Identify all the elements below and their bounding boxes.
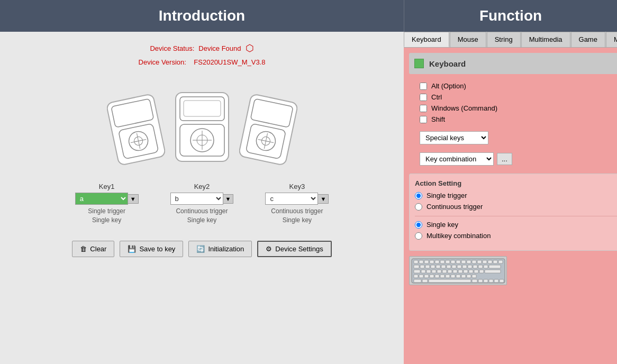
key2-label: Key2	[194, 183, 210, 190]
single-key-radio[interactable]	[415, 221, 422, 229]
device-version: Device Version: FS2020U1SW_M_V3.8	[139, 58, 266, 66]
single-trigger-radio[interactable]	[415, 192, 422, 199]
keyboard-preview	[409, 256, 617, 285]
modifier-ctrl: Ctrl	[420, 93, 617, 101]
continuous-trigger-item: Continuous trigger	[415, 203, 617, 211]
svg-rect-50	[468, 265, 472, 268]
tab-game[interactable]: Game	[571, 32, 605, 47]
svg-rect-37	[488, 260, 492, 263]
svg-rect-65	[469, 270, 473, 273]
svg-rect-45	[441, 265, 446, 268]
divider	[415, 216, 617, 216]
key-combo-select[interactable]: Key combination Single key Multikey	[420, 152, 494, 166]
svg-rect-26	[430, 260, 434, 263]
continuous-trigger-radio[interactable]	[415, 203, 422, 211]
svg-rect-34	[472, 260, 476, 263]
svg-rect-53	[484, 265, 488, 268]
key2-type: Single key	[176, 216, 228, 225]
ctrl-label: Ctrl	[431, 93, 442, 101]
clear-label: Clear	[90, 245, 106, 253]
ctrl-checkbox[interactable]	[420, 94, 427, 101]
key3-dropdown[interactable]: ▼	[318, 194, 329, 204]
svg-rect-44	[436, 265, 440, 268]
pedal-right	[239, 93, 297, 167]
svg-rect-68	[485, 270, 501, 273]
svg-rect-74	[440, 275, 444, 278]
svg-rect-61	[448, 270, 452, 273]
svg-rect-36	[483, 260, 487, 263]
svg-rect-24	[419, 260, 423, 263]
svg-rect-30	[451, 260, 455, 263]
alt-checkbox[interactable]	[420, 83, 427, 90]
svg-rect-49	[462, 265, 467, 268]
clear-button[interactable]: 🗑 Clear	[72, 241, 114, 257]
key-type-group: Single key Multikey combination	[415, 221, 617, 240]
tab-string[interactable]: String	[487, 32, 521, 47]
key2-select[interactable]: b	[170, 193, 223, 205]
svg-rect-80	[472, 275, 476, 278]
dotdot-button[interactable]: ...	[497, 153, 512, 165]
windows-checkbox[interactable]	[420, 105, 427, 112]
keyboard-section-title: Keyboard	[429, 59, 466, 68]
save-to-label: Save to key	[139, 245, 175, 253]
device-status: Device Status: Device Found ⬡	[150, 42, 253, 54]
intro-title: Introduction	[159, 7, 245, 24]
multikey-radio[interactable]	[415, 232, 422, 240]
key1-dropdown[interactable]: ▼	[128, 194, 139, 204]
modifier-shift: Shift	[420, 115, 617, 123]
key3-type: Single key	[271, 216, 323, 225]
pedal-illustration	[107, 87, 297, 167]
special-keys-row: Special keys F1 F2 Escape Enter	[409, 131, 617, 144]
multikey-item: Multikey combination	[415, 232, 617, 240]
tab-multimedia[interactable]: Multimedia	[521, 32, 570, 47]
func-panel: Keyboard Mouse String Multimedia Game Ma…	[404, 32, 617, 364]
key2-trigger: Continuous trigger	[176, 207, 228, 216]
key2-info: Continuous trigger Single key	[176, 207, 228, 225]
trigger-group: Single trigger Continuous trigger	[415, 192, 617, 211]
svg-rect-85	[478, 279, 483, 283]
tab-bar: Keyboard Mouse String Multimedia Game Ma…	[404, 32, 617, 48]
svg-rect-51	[473, 265, 477, 268]
svg-rect-83	[429, 279, 471, 283]
device-settings-button[interactable]: ⚙ Device Settings	[257, 241, 331, 257]
single-trigger-label: Single trigger	[427, 192, 467, 199]
tab-macro[interactable]: Macro	[606, 32, 617, 47]
keyboard-section-header: Keyboard ⌨️	[409, 53, 617, 74]
init-icon: 🔄	[196, 245, 205, 253]
key1-select[interactable]: a	[75, 193, 128, 205]
intro-header: Introduction	[0, 0, 404, 32]
key2-dropdown[interactable]: ▼	[223, 194, 234, 204]
init-label: Initialization	[208, 245, 244, 253]
shift-label: Shift	[431, 115, 445, 123]
key3-select[interactable]: c	[265, 193, 318, 205]
special-keys-select[interactable]: Special keys F1 F2 Escape Enter	[420, 131, 488, 144]
kbd-preview-box	[409, 256, 507, 285]
tab-mouse[interactable]: Mouse	[450, 32, 486, 47]
key3-block: Key3 c ▼ Continuous trigger Single key	[265, 183, 329, 225]
key2-select-row: b ▼	[170, 193, 234, 205]
save-to-button[interactable]: 💾 Save to key	[120, 241, 183, 257]
svg-rect-29	[446, 260, 450, 263]
svg-rect-15	[239, 94, 297, 166]
key1-trigger: Single trigger	[88, 207, 125, 216]
continuous-trigger-label: Continuous trigger	[427, 203, 483, 211]
svg-rect-77	[456, 275, 460, 278]
svg-rect-58	[432, 270, 436, 273]
svg-rect-0	[107, 94, 165, 166]
device-icon: ⚙	[266, 245, 272, 253]
single-key-label: Single key	[427, 221, 458, 229]
keyboard-indicator	[414, 59, 424, 68]
svg-rect-82	[422, 279, 428, 283]
action-setting-section: Action Setting Single trigger Continuous…	[409, 174, 617, 251]
svg-rect-32	[461, 260, 466, 263]
shift-checkbox[interactable]	[420, 116, 427, 123]
svg-rect-89	[500, 279, 504, 283]
action-setting-title: Action Setting	[415, 179, 617, 187]
keys-row: Key1 a ▼ Single trigger Single key Key2	[75, 183, 329, 225]
initialization-button[interactable]: 🔄 Initialization	[188, 241, 252, 257]
clear-icon: 🗑	[80, 245, 87, 253]
svg-rect-54	[489, 265, 501, 268]
device-label: Device Settings	[275, 245, 323, 253]
tab-keyboard[interactable]: Keyboard	[404, 32, 449, 47]
key1-block: Key1 a ▼ Single trigger Single key	[75, 183, 139, 225]
